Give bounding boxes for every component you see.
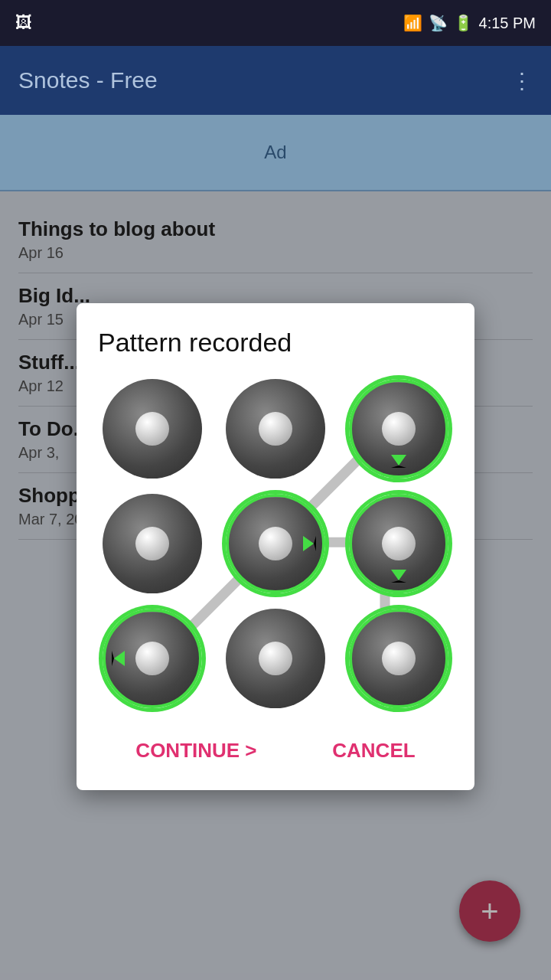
continue-button[interactable]: CONTINUE > <box>123 733 269 769</box>
cancel-button[interactable]: CANCEL <box>320 733 427 769</box>
pattern-dot-5 <box>345 494 453 593</box>
dot-arrow-6 <box>112 651 125 666</box>
dot-8 <box>349 609 448 708</box>
dot-arrow-4 <box>303 536 316 551</box>
status-time: 4:15 PM <box>479 15 536 32</box>
pattern-dialog: Pattern recorded <box>77 303 474 790</box>
status-bar: 🖼 📶 📡 🔋 4:15 PM <box>0 0 551 46</box>
pattern-dot-7 <box>221 609 329 708</box>
dot-0 <box>103 379 202 479</box>
dot-7 <box>226 609 325 708</box>
dot-center-3 <box>135 527 169 560</box>
dot-2 <box>349 379 448 479</box>
app-title: Snotes - Free <box>18 67 158 93</box>
dot-arrow-5 <box>391 570 406 583</box>
ad-text: Ad <box>264 142 286 163</box>
dot-center-4 <box>259 527 292 560</box>
pattern-dot-3 <box>98 494 206 593</box>
dot-1 <box>226 379 325 479</box>
pattern-dot-8 <box>345 609 453 708</box>
dot-center-1 <box>259 412 292 446</box>
screen-icon: 🖼 <box>15 13 32 33</box>
main-content: Things to blog about Apr 16 Big Id... Ap… <box>0 191 551 980</box>
app-bar: Snotes - Free ⋮ <box>0 46 551 115</box>
dot-4 <box>226 494 325 593</box>
dot-center-8 <box>382 642 416 675</box>
dialog-buttons: CONTINUE > CANCEL <box>98 733 453 769</box>
menu-icon[interactable]: ⋮ <box>511 68 533 93</box>
pattern-dot-4 <box>221 494 329 593</box>
pattern-dot-0 <box>98 379 206 479</box>
dot-center-5 <box>382 527 416 560</box>
dot-center-2 <box>382 412 416 446</box>
dot-3 <box>103 494 202 593</box>
dot-arrow-2 <box>391 455 406 468</box>
dot-5 <box>349 494 448 593</box>
battery-icon: 🔋 <box>454 14 473 32</box>
pattern-dot-6 <box>98 609 206 708</box>
wifi-icon: 📶 <box>403 14 422 32</box>
pattern-dot-2 <box>345 379 453 479</box>
dot-center-6 <box>135 642 169 675</box>
pattern-grid <box>98 379 453 708</box>
dot-6 <box>103 609 202 708</box>
pattern-dot-1 <box>221 379 329 479</box>
ad-banner: Ad <box>0 115 551 191</box>
signal-icon: 📡 <box>429 14 448 32</box>
dialog-title: Pattern recorded <box>98 328 453 358</box>
dot-center-7 <box>259 642 292 675</box>
dot-center-0 <box>135 412 169 446</box>
